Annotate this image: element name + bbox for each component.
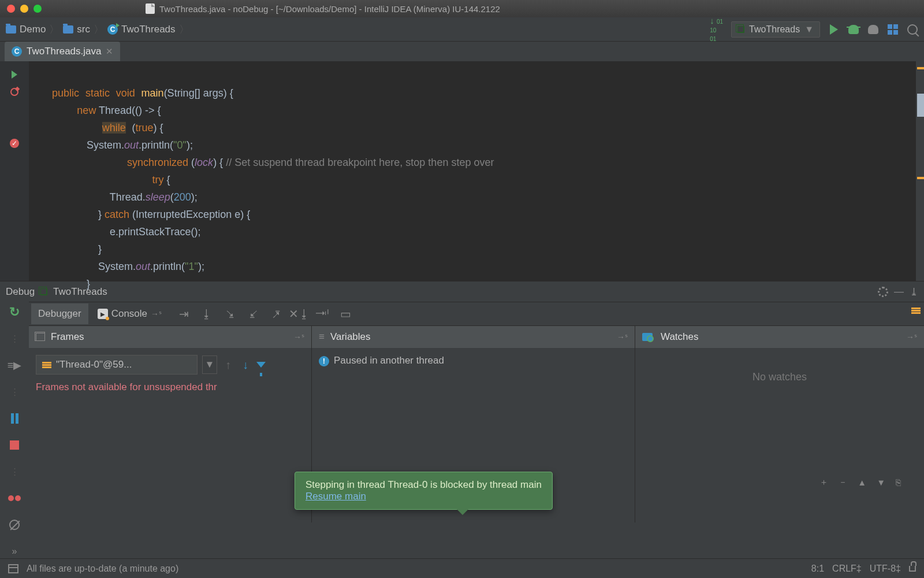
pin-icon[interactable]: →ˢ <box>906 332 917 342</box>
thread-dump-button[interactable] <box>908 302 924 318</box>
warning-marker[interactable] <box>917 67 924 69</box>
line-separator[interactable]: CRLF‡ <box>832 564 862 574</box>
run-button[interactable] <box>828 24 840 35</box>
build-icon[interactable]: ↓ 011001 <box>710 16 723 42</box>
blocked-thread-tooltip: Stepping in thread Thread-0 is blocked b… <box>295 472 553 510</box>
remove-watch-button[interactable]: － <box>839 477 847 488</box>
folder-icon <box>6 25 16 34</box>
debug-label: Debug <box>6 286 35 298</box>
next-frame-button[interactable]: ↓ <box>243 358 248 372</box>
debugger-toolbar: Debugger ▶ Console →ˢ ⇥ ⭳ ⭸ ⭹ ⭷ ✕⭳ ⭲ᴵ ▭ <box>29 302 924 326</box>
error-stripe[interactable] <box>916 61 924 281</box>
scroll-marker[interactable] <box>917 94 924 117</box>
mute-breakpoints-button[interactable] <box>8 518 21 532</box>
chevron-down-icon: ▼ <box>804 24 814 35</box>
force-step-into-button[interactable]: ⭹ <box>245 306 261 322</box>
more-button[interactable]: » <box>8 544 21 558</box>
run-to-cursor-button[interactable]: ⭲ᴵ <box>314 306 330 322</box>
navigation-bar: Demo〉 src〉 C TwoThreads〉 ↓ 011001 TwoThr… <box>0 17 924 42</box>
filter-icon[interactable] <box>256 362 266 368</box>
debug-toolwindow-bar: Debug TwoThreads — ⤓ <box>0 281 924 302</box>
search-button[interactable] <box>907 24 918 35</box>
class-icon: C <box>107 24 118 35</box>
move-up-button[interactable]: ▲ <box>858 477 866 487</box>
breadcrumb-class[interactable]: C TwoThreads〉 <box>107 23 189 36</box>
variables-header: ≡ Variables →ˢ <box>312 326 635 348</box>
code-area[interactable]: public static void main(String[] args) {… <box>29 61 916 281</box>
pin-icon[interactable]: →ˢ <box>617 332 628 342</box>
breakpoints-button[interactable] <box>8 491 21 505</box>
thread-dropdown[interactable]: ▼ <box>202 355 217 374</box>
resume-main-link[interactable]: Resume main <box>305 491 366 502</box>
breadcrumb-demo[interactable]: Demo〉 <box>6 23 59 36</box>
thread-selector[interactable]: "Thread-0"@59... <box>36 355 198 375</box>
run-line-icon[interactable] <box>12 71 17 79</box>
breakpoint-icon[interactable]: ✓ <box>10 139 19 148</box>
close-window-icon[interactable] <box>7 5 15 13</box>
debug-actions-column: ↻ ⋮ ≡▶ ⋮ ⋮ » <box>0 302 29 558</box>
maximize-window-icon[interactable] <box>33 5 42 13</box>
evaluate-button[interactable]: ▭ <box>337 306 353 322</box>
step-over-button[interactable]: ⭳ <box>199 306 215 322</box>
editor-gutter[interactable]: ✓ <box>0 61 29 281</box>
minimize-window-icon[interactable] <box>20 5 28 13</box>
minimize-button[interactable]: — <box>894 286 904 298</box>
method-exit-icon[interactable] <box>10 88 18 96</box>
variables-message: Paused in another thread <box>334 355 444 366</box>
hide-icon[interactable]: ⤓ <box>910 286 918 298</box>
move-down-button[interactable]: ▼ <box>877 477 885 487</box>
step-out-button[interactable]: ⭷ <box>268 306 284 322</box>
pin-icon[interactable]: →ˢ <box>293 332 304 342</box>
console-icon: ▶ <box>98 309 108 319</box>
app-icon <box>40 288 47 295</box>
resume-button[interactable]: ⋮ <box>8 332 21 346</box>
no-watches-label: No watches <box>635 348 924 523</box>
frames-message: Frames not available for unsuspended thr <box>36 381 304 393</box>
file-tab[interactable]: C TwoThreads.java ✕ <box>5 42 120 61</box>
show-execution-button[interactable]: ⇥ <box>176 306 192 322</box>
rerun-button[interactable]: ↻ <box>8 305 21 319</box>
window-titlebar: TwoThreads.java - noDebug - [~/Downloads… <box>0 0 924 17</box>
status-bar: All files are up-to-date (a minute ago) … <box>0 558 924 578</box>
folder-icon <box>63 25 73 34</box>
bug-icon <box>848 25 859 34</box>
code-editor[interactable]: ✓ public static void main(String[] args)… <box>0 61 924 281</box>
frames-header: Frames →ˢ <box>29 326 311 348</box>
tool-windows-icon[interactable] <box>8 564 18 573</box>
file-icon <box>146 3 155 14</box>
copy-button[interactable]: ⎘ <box>896 477 901 487</box>
pause-button[interactable] <box>8 412 21 425</box>
app-icon <box>737 26 744 33</box>
step-into-button[interactable]: ⭸ <box>222 306 238 322</box>
play-icon <box>830 24 838 35</box>
grid-icon <box>888 24 898 35</box>
sep: ⋮ <box>8 465 21 479</box>
add-watch-button[interactable]: ＋ <box>819 477 828 488</box>
close-tab-icon[interactable]: ✕ <box>106 46 113 57</box>
stop-button[interactable] <box>8 438 21 452</box>
layout-button[interactable]: ⋮ <box>8 385 21 399</box>
lock-icon[interactable] <box>909 566 916 572</box>
stack-icon <box>911 307 921 314</box>
project-structure-button[interactable] <box>887 24 899 35</box>
breakpoints-icon <box>8 495 21 501</box>
pin-icon: →ˢ <box>151 309 162 318</box>
threads-button[interactable]: ≡▶ <box>8 358 21 372</box>
file-encoding[interactable]: UTF-8‡ <box>870 564 901 574</box>
class-icon: C <box>12 46 22 57</box>
debug-button[interactable] <box>848 24 859 35</box>
prev-frame-button[interactable]: ↑ <box>225 358 231 372</box>
gear-icon[interactable] <box>878 287 888 297</box>
coverage-button[interactable] <box>867 24 879 35</box>
warning-marker[interactable] <box>917 177 924 179</box>
console-tab[interactable]: ▶ Console →ˢ <box>91 303 169 324</box>
caret-position[interactable]: 8:1 <box>811 564 824 574</box>
more-icon: » <box>12 546 17 557</box>
breadcrumb-src[interactable]: src〉 <box>63 23 104 36</box>
watches-icon <box>642 333 653 341</box>
status-message: All files are up-to-date (a minute ago) <box>27 564 178 574</box>
window-title: TwoThreads.java - noDebug - [~/Downloads… <box>159 4 500 14</box>
frames-icon <box>36 333 45 341</box>
run-config-selector[interactable]: TwoThreads ▼ <box>731 21 820 38</box>
drop-frame-button[interactable]: ✕⭳ <box>291 306 307 322</box>
